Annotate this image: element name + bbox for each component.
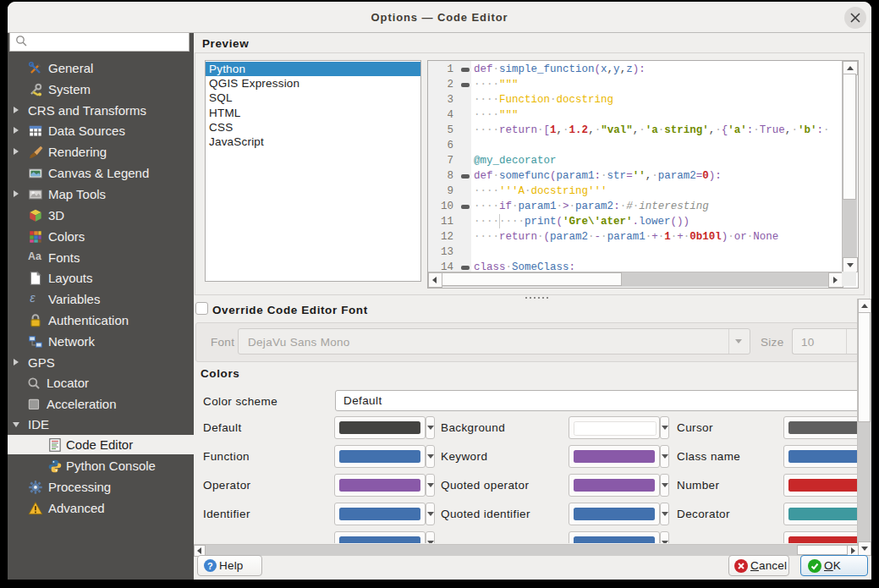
svg-text:?: ? xyxy=(207,561,213,571)
